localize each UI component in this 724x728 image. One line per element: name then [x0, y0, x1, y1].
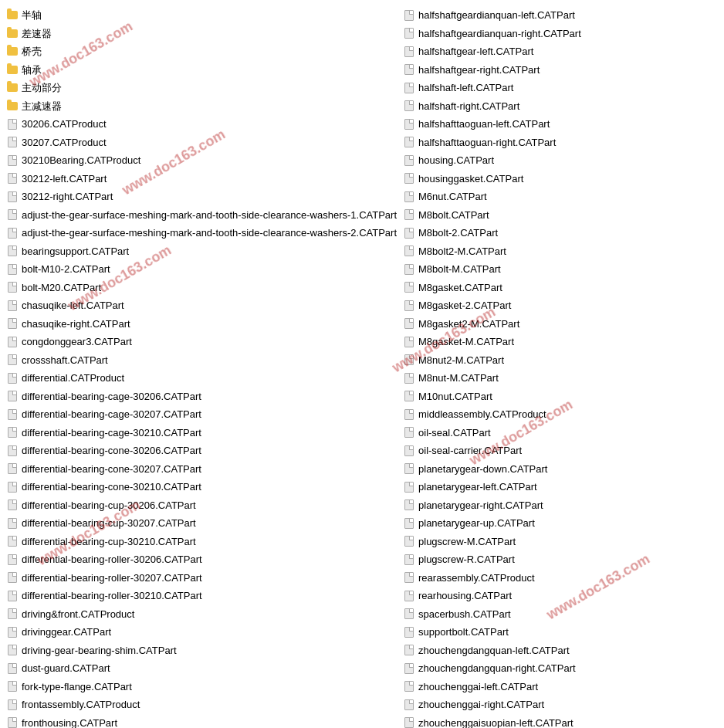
right-list-item-22[interactable]: middleassembly.CATProduct [400, 405, 721, 424]
right-list-item-9[interactable]: housinggasket.CATPart [400, 170, 721, 188]
left-list-item-25[interactable]: differential-bearing-cone-30207.CATPart [3, 460, 400, 479]
left-item-label-30: differential-bearing-roller-30206.CATPar… [22, 552, 202, 567]
left-list-item-32[interactable]: differential-bearing-roller-30210.CATPar… [3, 587, 400, 605]
left-list-item-33[interactable]: driving&front.CATProduct [3, 605, 400, 624]
left-item-label-29: differential-bearing-cup-30210.CATPart [22, 534, 196, 550]
left-list-item-36[interactable]: dust-guard.CATPart [3, 659, 400, 678]
left-list-item-4[interactable]: 主动部分 [3, 79, 400, 97]
left-list-item-13[interactable]: bearingsupport.CATPart [3, 242, 400, 261]
left-list-item-18[interactable]: congdonggear3.CATPart [3, 333, 400, 351]
left-list-item-11[interactable]: adjust-the-gear-surface-meshing-mark-and… [3, 206, 400, 225]
left-list-item-26[interactable]: differential-bearing-cone-30210.CATPart [3, 478, 400, 496]
right-list-item-35[interactable]: zhouchengdangquan-left.CATPart [400, 642, 721, 660]
right-list-item-21[interactable]: M10nut.CATPart [400, 388, 721, 406]
left-list-item-21[interactable]: differential-bearing-cage-30206.CATPart [3, 388, 400, 406]
right-list-item-34[interactable]: supportbolt.CATPart [400, 623, 721, 642]
left-list-item-22[interactable]: differential-bearing-cage-30207.CATPart [3, 405, 400, 424]
left-list-item-5[interactable]: 主减速器 [3, 97, 400, 116]
right-list-item-32[interactable]: rearhousing.CATPart [400, 587, 721, 605]
right-list-item-7[interactable]: halfshafttaoguan-right.CATPart [400, 134, 721, 152]
left-list-item-23[interactable]: differential-bearing-cage-30210.CATPart [3, 424, 400, 442]
right-list-item-17[interactable]: M8gasket2-M.CATPart [400, 315, 721, 334]
right-list-item-26[interactable]: planetarygear-left.CATPart [400, 478, 721, 496]
right-list-item-14[interactable]: M8bolt-M.CATPart [400, 260, 721, 279]
right-list-item-16[interactable]: M8gasket-2.CATPart [400, 296, 721, 315]
file-icon [6, 173, 19, 184]
left-list-item-34[interactable]: drivinggear.CATPart [3, 623, 400, 642]
left-item-label-15: bolt-M20.CATPart [22, 280, 101, 296]
left-list-item-16[interactable]: chasuqike-left.CATPart [3, 296, 400, 315]
left-list-item-17[interactable]: chasuqike-right.CATPart [3, 315, 400, 334]
left-list-item-19[interactable]: crossshaft.CATPart [3, 351, 400, 370]
left-list-item-28[interactable]: differential-bearing-cup-30207.CATPart [3, 514, 400, 533]
left-list-item-2[interactable]: 桥壳 [3, 42, 400, 61]
left-list-item-3[interactable]: 轴承 [3, 61, 400, 80]
right-list-item-15[interactable]: M8gasket.CATPart [400, 279, 721, 297]
right-item-label-16: M8gasket-2.CATPart [418, 298, 511, 313]
file-icon [6, 499, 19, 510]
left-list-item-24[interactable]: differential-bearing-cone-30206.CATPart [3, 442, 400, 460]
left-list-item-0[interactable]: 半轴 [3, 6, 400, 25]
right-list-item-8[interactable]: housing.CATPart [400, 151, 721, 170]
right-list-item-12[interactable]: M8bolt-2.CATPart [400, 224, 721, 242]
left-item-label-4: 主动部分 [22, 80, 62, 96]
left-list-item-29[interactable]: differential-bearing-cup-30210.CATPart [3, 533, 400, 551]
right-list-item-27[interactable]: planetarygear-right.CATPart [400, 496, 721, 515]
right-list-item-4[interactable]: halfshaft-left.CATPart [400, 79, 721, 97]
file-icon [6, 300, 19, 311]
right-list-item-23[interactable]: oil-seal.CATPart [400, 424, 721, 442]
left-item-label-28: differential-bearing-cup-30207.CATPart [22, 516, 196, 531]
left-list-item-38[interactable]: frontassembly.CATProduct [3, 696, 400, 714]
right-list-item-20[interactable]: M8nut-M.CATPart [400, 369, 721, 388]
left-list-item-1[interactable]: 差速器 [3, 25, 400, 43]
right-list-item-28[interactable]: planetarygear-up.CATPart [400, 514, 721, 533]
left-list-item-27[interactable]: differential-bearing-cup-30206.CATPart [3, 496, 400, 515]
left-item-label-18: congdonggear3.CATPart [22, 334, 132, 350]
left-item-label-34: drivinggear.CATPart [22, 625, 111, 640]
left-list-item-10[interactable]: 30212-right.CATPart [3, 188, 400, 206]
right-item-label-18: M8gasket-M.CATPart [418, 334, 514, 350]
right-list-item-38[interactable]: zhouchenggai-right.CATPart [400, 696, 721, 714]
right-list-item-13[interactable]: M8bolt2-M.CATPart [400, 242, 721, 261]
file-icon [6, 627, 19, 638]
left-list-item-15[interactable]: bolt-M20.CATPart [3, 279, 400, 297]
right-list-item-10[interactable]: M6nut.CATPart [400, 188, 721, 206]
left-list-item-14[interactable]: bolt-M10-2.CATPart [3, 260, 400, 279]
left-list-item-12[interactable]: adjust-the-gear-surface-meshing-mark-and… [3, 224, 400, 242]
right-list-item-31[interactable]: rearassembly.CATProduct [400, 569, 721, 587]
right-list-item-0[interactable]: halfshaftgeardianquan-left.CATPart [400, 6, 721, 25]
left-item-label-37: fork-type-flange.CATPart [22, 679, 132, 695]
right-list-item-11[interactable]: M8bolt.CATPart [400, 206, 721, 225]
left-list-item-37[interactable]: fork-type-flange.CATPart [3, 678, 400, 696]
right-list-item-30[interactable]: plugscrew-R.CATPart [400, 550, 721, 569]
left-list-item-20[interactable]: differential.CATProduct [3, 369, 400, 388]
right-list-item-6[interactable]: halfshafttaoguan-left.CATPart [400, 115, 721, 134]
right-list-item-29[interactable]: plugscrew-M.CATPart [400, 533, 721, 551]
left-list-item-7[interactable]: 30207.CATProduct [3, 134, 400, 152]
right-list-item-39[interactable]: zhouchenggaisuopian-left.CATPart [400, 714, 721, 729]
file-icon [6, 137, 19, 147]
file-icon [6, 663, 19, 674]
right-item-label-23: oil-seal.CATPart [418, 425, 491, 441]
right-list-item-2[interactable]: halfshaftgear-left.CATPart [400, 42, 721, 61]
left-list-item-31[interactable]: differential-bearing-roller-30207.CATPar… [3, 569, 400, 587]
right-list-item-25[interactable]: planetarygear-down.CATPart [400, 460, 721, 479]
right-list-item-5[interactable]: halfshaft-right.CATPart [400, 97, 721, 116]
right-list-item-3[interactable]: halfshaftgear-right.CATPart [400, 61, 721, 80]
right-list-item-1[interactable]: halfshaftgeardianquan-right.CATPart [400, 25, 721, 43]
right-list-item-18[interactable]: M8gasket-M.CATPart [400, 333, 721, 351]
right-list-item-33[interactable]: spacerbush.CATPart [400, 605, 721, 624]
left-item-label-21: differential-bearing-cage-30206.CATPart [22, 389, 201, 405]
left-list-item-30[interactable]: differential-bearing-roller-30206.CATPar… [3, 550, 400, 569]
right-list-item-36[interactable]: zhouchengdangquan-right.CATPart [400, 659, 721, 678]
file-icon [403, 373, 415, 384]
left-list-item-39[interactable]: fronthousing.CATPart [3, 714, 400, 729]
left-list-item-8[interactable]: 30210Bearing.CATProduct [3, 151, 400, 170]
left-item-label-27: differential-bearing-cup-30206.CATPart [22, 498, 196, 513]
right-list-item-37[interactable]: zhouchenggai-left.CATPart [400, 678, 721, 696]
left-list-item-9[interactable]: 30212-left.CATPart [3, 170, 400, 188]
left-list-item-6[interactable]: 30206.CATProduct [3, 115, 400, 134]
left-list-item-35[interactable]: driving-gear-bearing-shim.CATPart [3, 642, 400, 660]
right-list-item-19[interactable]: M8nut2-M.CATPart [400, 351, 721, 370]
right-list-item-24[interactable]: oil-seal-carrier.CATPart [400, 442, 721, 460]
